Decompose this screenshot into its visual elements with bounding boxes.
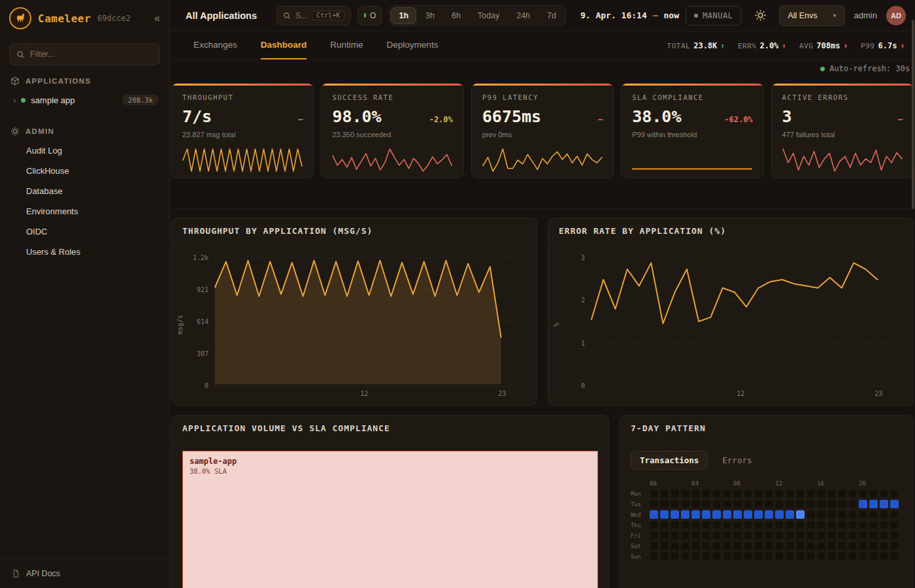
sidebar-collapse-button[interactable]: « [154, 12, 160, 24]
heatmap-cell [880, 531, 888, 540]
kpi-card-p99-latency[interactable]: P99 LATENCY 6675ms – prev 0ms [471, 83, 614, 178]
sidebar-item-environments[interactable]: Environments [0, 201, 169, 221]
heatmap-cell [744, 500, 752, 508]
pattern-card: 7-DAY PATTERN Transactions Errors 000408… [620, 415, 914, 588]
theme-toggle-button[interactable] [750, 6, 770, 25]
tab-exchanges[interactable]: Exchanges [193, 31, 237, 59]
main-area: All Applications S... Ctrl+K O 1h 3h 6h … [170, 0, 915, 588]
heatmap-cell [775, 531, 784, 540]
heatmap-cell [765, 542, 773, 550]
y-tick: 307 [197, 350, 208, 357]
kpi-value: 3 [782, 107, 792, 126]
heatmap-cell [880, 489, 888, 498]
heatmap-cell [754, 542, 763, 550]
heatmap-cell [744, 521, 752, 529]
range-3h[interactable]: 3h [418, 7, 442, 24]
heatmap-hour-label: 00 [650, 480, 690, 487]
sidebar-item-oidc[interactable]: OIDC [0, 221, 169, 242]
filter-input[interactable] [30, 50, 153, 59]
heatmap-cell [723, 521, 731, 529]
heatmap-cell [807, 531, 815, 540]
stat-value: 23.8K [693, 41, 717, 50]
kpi-sparkline [331, 148, 453, 172]
heatmap-cell [796, 500, 805, 508]
heatmap-hour-label: 04 [691, 480, 731, 487]
heatmap-cell [869, 542, 878, 550]
heatmap-cell [827, 521, 836, 529]
chevron-down-icon: ▾ [833, 12, 837, 19]
app-name: sample app [31, 95, 75, 105]
toggle-transactions[interactable]: Transactions [631, 451, 708, 470]
sidebar-spacer [0, 262, 169, 559]
range-24h[interactable]: 24h [508, 7, 538, 24]
api-docs-link[interactable]: API Docs [0, 559, 169, 588]
kpi-card-active-errors[interactable]: ACTIVE ERRORS 3 – 477 failures total [771, 83, 914, 178]
sidebar: Cameleer 69dcce2 « APPLICATIONS › sample… [0, 0, 170, 588]
stat-value: 6.7s [878, 41, 897, 50]
kpi-title: SLA COMPLIANCE [632, 93, 752, 101]
heatmap-cell [723, 489, 731, 498]
stat-label: P99 [861, 42, 874, 50]
pattern-title: 7-DAY PATTERN [620, 416, 913, 442]
kpi-card-throughput[interactable]: THROUGHPUT 7/s – 23.827 msg total [171, 83, 314, 178]
env-id: 69dcce2 [97, 14, 131, 23]
heatmap-cell [775, 500, 784, 508]
heatmap-cell [786, 489, 794, 498]
sidebar-header: Cameleer 69dcce2 « [0, 0, 169, 37]
sidebar-item-audit-log[interactable]: Audit Log [0, 140, 169, 161]
heatmap-cell [660, 521, 669, 529]
kpi-card-sla-compliance[interactable]: SLA COMPLIANCE 38.0% -62.0% P99 within t… [621, 83, 763, 178]
connection-status-pill[interactable]: O [358, 6, 382, 25]
scrollbar-thumb[interactable] [912, 20, 914, 209]
kpi-title: ACTIVE ERRORS [782, 93, 903, 101]
app-status-dot [21, 98, 25, 103]
range-7d[interactable]: 7d [539, 7, 564, 24]
heatmap-cell [712, 500, 721, 508]
heatmap-cell [650, 521, 658, 529]
kpi-title: P99 LATENCY [482, 93, 603, 101]
auto-refresh-indicator: Auto-refresh: 30s [170, 60, 915, 77]
tab-runtime[interactable]: Runtime [330, 31, 363, 59]
sidebar-item-clickhouse[interactable]: ClickHouse [0, 161, 169, 181]
heatmap-cell [838, 542, 846, 550]
tab-deployments[interactable]: Deployments [387, 31, 439, 59]
toggle-errors[interactable]: Errors [713, 451, 761, 470]
topbar-right-cluster: MANUAL All Envs ▾ admin AD [686, 5, 906, 26]
treemap-node-sample-app[interactable]: sample-app 38.0% SLA [182, 451, 598, 588]
heatmap-cell [848, 500, 857, 508]
tab-dashboard[interactable]: Dashboard [261, 31, 307, 59]
range-today[interactable]: Today [470, 7, 507, 24]
manual-refresh-button[interactable]: MANUAL [686, 6, 741, 25]
kpi-title: SUCCESS RATE [332, 93, 452, 101]
heatmap-cell [691, 521, 700, 529]
heatmap-cell [890, 552, 899, 561]
expand-chevron-icon[interactable]: › [13, 95, 16, 105]
heatmap-cell [765, 510, 773, 519]
env-selector-dropdown[interactable]: All Envs ▾ [779, 5, 844, 26]
stat-err: ERR% 2.0% ↑ [738, 41, 786, 50]
user-name: admin [854, 10, 877, 20]
range-6h[interactable]: 6h [444, 7, 469, 24]
heatmap-cell [890, 500, 899, 508]
avatar[interactable]: AD [886, 6, 906, 25]
heatmap-cell [733, 521, 742, 529]
sidebar-item-database[interactable]: Database [0, 181, 169, 201]
global-search[interactable]: S... Ctrl+K [276, 6, 351, 25]
time-window-display[interactable]: 9. Apr. 16:14 – now [580, 10, 679, 20]
treemap-title: APPLICATION VOLUME VS SLA COMPLIANCE [172, 416, 608, 442]
kpi-card-success-rate[interactable]: SUCCESS RATE 98.0% -2.0% 23.350 succeede… [321, 83, 463, 178]
heatmap-cell [702, 510, 710, 519]
kpi-delta: -62.0% [724, 115, 752, 124]
range-1h[interactable]: 1h [391, 7, 416, 24]
heatmap-cell [671, 521, 679, 529]
sidebar-item-sample-app[interactable]: › sample app 208.3k [0, 90, 169, 110]
heatmap-cell [786, 510, 794, 519]
heatmap-cell [744, 542, 752, 550]
heatmap-cell [807, 510, 815, 519]
heatmap-cell [650, 542, 658, 550]
heatmap-cell [869, 552, 878, 561]
heatmap-cell [786, 542, 794, 550]
sidebar-item-users-roles[interactable]: Users & Roles [0, 242, 169, 262]
heatmap-cell [786, 552, 794, 561]
heatmap-cell [702, 542, 710, 550]
